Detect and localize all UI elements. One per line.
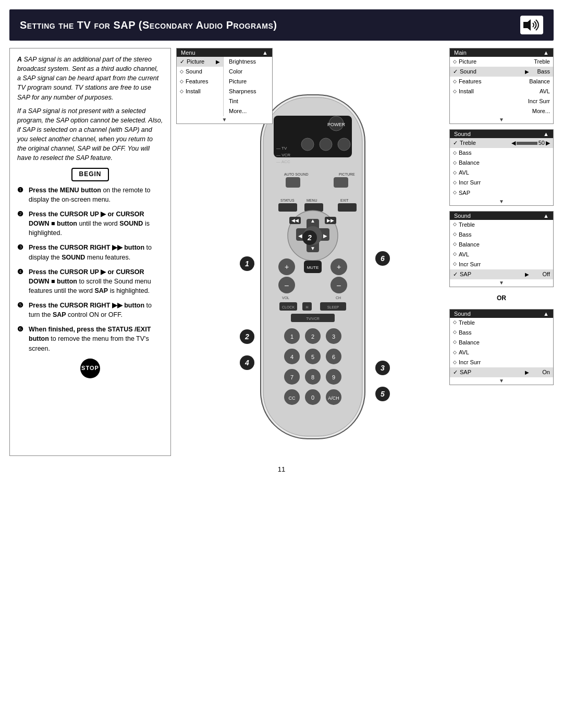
menu-row-picture2: ◇ Picture Treble (450, 57, 553, 67)
menu-box-5: Sound ▲ ◇ Treble ◇ Bass ◇ Balance ◇ AVL … (449, 309, 554, 385)
page-header: Setting the TV for SAP (Secondary Audio … (9, 9, 554, 41)
main-content: A SAP signal is an additional part of th… (9, 48, 554, 456)
intro-para1: A SAP signal is an additional part of th… (17, 55, 163, 102)
remote-control: POWER — TV — VCR — ACC AUTO SOUND PICTUR… (229, 90, 407, 456)
svg-text:1: 1 (290, 334, 293, 340)
menu-header-main: Menu ▲ (177, 48, 272, 57)
tv-screen-menu: Menu ▲ ✓ Picture ▶ ◇ Sound (176, 48, 273, 124)
stop-badge: STOP (17, 359, 163, 378)
menu-box-4: Sound ▲ ◇ Treble ◇ Bass ◇ Balance ◇ AVL … (449, 211, 554, 287)
menu-row-balance5: ◇ Balance (450, 338, 553, 348)
svg-text:POWER: POWER (327, 122, 346, 127)
svg-text:▶▶: ▶▶ (327, 218, 334, 223)
menu-row-treble4: ◇ Treble (450, 220, 553, 230)
svg-text:AUTO SOUND: AUTO SOUND (284, 172, 309, 176)
svg-text:+: + (337, 263, 341, 271)
svg-rect-22 (338, 203, 357, 212)
menu-row-bass4: ◇ Bass (450, 230, 553, 240)
arrow-up-3: ▲ (543, 131, 549, 137)
svg-text:4: 4 (290, 354, 293, 360)
menu-row-avl3: ◇ AVL (450, 168, 553, 178)
menu-row-bass3: ◇ Bass (450, 148, 553, 158)
svg-point-12 (338, 138, 350, 151)
menu-title-main: Menu (181, 50, 195, 56)
menu-row-install2: ◇ Install AVL (450, 87, 553, 96)
menu-box-3: Sound ▲ ✓ Treble ◀ 50 ▶ ◇ Bass ◇ Balance (449, 129, 554, 205)
svg-text:3: 3 (332, 334, 335, 340)
menu-row-sap3: ◇ SAP (450, 188, 553, 198)
menu-row-sound: ◇ Sound (177, 67, 223, 77)
menu-row-incr3: ◇ Incr Surr (450, 178, 553, 188)
svg-text:EXIT: EXIT (340, 199, 349, 202)
svg-text:▲: ▲ (310, 218, 315, 224)
svg-rect-20 (278, 203, 297, 212)
menu-row-avl5: ◇ AVL (450, 348, 553, 357)
instruction-panel: A SAP signal is an additional part of th… (9, 48, 171, 456)
arrow-up-5: ▲ (543, 311, 549, 317)
svg-rect-16 (334, 177, 348, 188)
page-number: 11 (0, 465, 563, 473)
svg-text:SLEEP: SLEEP (327, 305, 339, 309)
menu-header-3: Sound ▲ (450, 130, 553, 138)
svg-text:CC: CC (289, 396, 296, 401)
svg-text:— VCR: — VCR (276, 153, 290, 157)
step-2: ❷ Press the CURSOR UP ▶ or CUR­SOR DOWN … (17, 209, 163, 238)
menu-row-features: ◇ Features (177, 77, 223, 87)
svg-text:A/CH: A/CH (328, 396, 339, 401)
arrow-up-4: ▲ (543, 213, 549, 219)
step-circle-2a: 2 (302, 230, 317, 245)
intro-para2: If a SAP signal is not present with a se… (17, 106, 163, 163)
begin-label: BEGIN (71, 168, 108, 181)
svg-text:— ACC: — ACC (276, 159, 290, 164)
svg-text:TV/VCR: TV/VCR (306, 317, 320, 320)
menu-arrow-up-main: ▲ (262, 50, 268, 56)
step-circle-1: 1 (240, 256, 254, 271)
svg-text:◀◀: ◀◀ (291, 218, 299, 223)
svg-text:MUTE: MUTE (307, 265, 319, 270)
svg-text:9: 9 (332, 374, 335, 380)
right-menu-panel: Main ▲ ◇ Picture Treble ✓ Sound ▶ Bass ◇… (449, 48, 554, 456)
menu-title-5: Sound (454, 311, 471, 317)
menu-box-2: Main ▲ ◇ Picture Treble ✓ Sound ▶ Bass ◇… (449, 48, 554, 124)
svg-text:5: 5 (311, 354, 314, 360)
step-6: ❻ When finished, press the STATUS /EXIT … (17, 325, 163, 353)
menu-row-bass5: ◇ Bass (450, 328, 553, 338)
step-3: ❸ Press the CURSOR RIGHT ▶▶ button to di… (17, 243, 163, 262)
center-panel: Menu ▲ ✓ Picture ▶ ◇ Sound (176, 48, 444, 456)
menu-row-balance4: ◇ Balance (450, 240, 553, 250)
svg-text:8: 8 (311, 374, 314, 380)
svg-text:7: 7 (290, 374, 293, 380)
menu-row-sound2: ✓ Sound ▶ Bass (450, 67, 553, 77)
menu-title-3: Sound (454, 131, 471, 137)
menu-title-4: Sound (454, 213, 471, 219)
menu-row-features2: ◇ Features Balance (450, 77, 553, 87)
svg-rect-15 (286, 177, 300, 188)
or-label: OR (449, 294, 554, 302)
svg-text:2: 2 (311, 334, 314, 340)
stop-label: STOP (80, 359, 100, 378)
header-title-text: Setting the TV for SAP (Secondary Audio … (20, 19, 277, 31)
svg-text:◀: ◀ (298, 233, 302, 239)
svg-text:CLOCK: CLOCK (282, 305, 295, 309)
menu-row-incr4: ◇ Incr Surr (450, 260, 553, 269)
step-5: ❺ Press the CURSOR RIGHT ▶▶ button to tu… (17, 301, 163, 319)
menu-row-treble3: ✓ Treble ◀ 50 ▶ (450, 138, 553, 148)
step-1: ❶ Press the MENU button on the remote to… (17, 186, 163, 204)
header-title: Setting the TV for SAP (Secondary Audio … (20, 19, 277, 31)
menu-row-picture: ✓ Picture ▶ (177, 57, 223, 67)
step-circle-3: 3 (375, 361, 390, 375)
menu-row-treble5: ◇ Treble (450, 318, 553, 328)
audio-icon (520, 16, 543, 34)
svg-text:— TV: — TV (276, 146, 287, 151)
svg-text:+: + (285, 263, 289, 271)
svg-text:PICTURE: PICTURE (339, 172, 355, 176)
svg-text:0: 0 (311, 394, 314, 401)
step-4: ❹ Press the CURSOR UP ▶ or CURSOR DOWN ■… (17, 267, 163, 295)
svg-text:▶: ▶ (323, 233, 327, 239)
svg-text:CH: CH (336, 296, 341, 300)
menu-title-2: Main (454, 50, 467, 56)
menu-row-balance3: ◇ Balance (450, 158, 553, 168)
svg-text:▼: ▼ (310, 245, 315, 251)
svg-point-11 (320, 138, 332, 151)
menu-header-5: Sound ▲ (450, 310, 553, 318)
